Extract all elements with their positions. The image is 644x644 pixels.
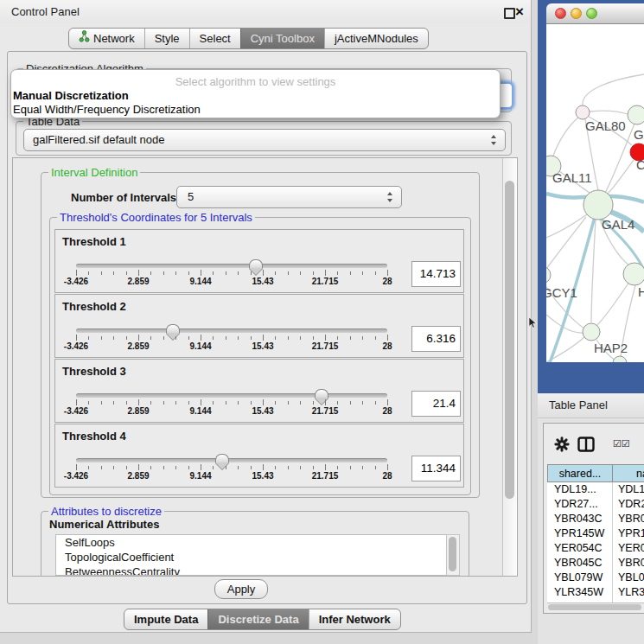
table-row[interactable]: YPR145WYPR1 bbox=[547, 526, 644, 541]
column-header-shared-name[interactable]: shared... bbox=[547, 464, 613, 482]
tab-select[interactable]: Select bbox=[189, 29, 240, 48]
slider-tick bbox=[138, 399, 139, 405]
slider-tick bbox=[362, 401, 363, 405]
tab-style[interactable]: Style bbox=[144, 29, 189, 48]
slider-track[interactable] bbox=[76, 458, 387, 462]
table-row[interactable]: YBR043CYBR0 bbox=[547, 512, 644, 526]
network-canvas[interactable]: GAL80GACGAL11GAL4GCY1HHAP2 bbox=[546, 24, 644, 362]
zoom-traffic-light[interactable] bbox=[586, 8, 597, 19]
close-traffic-light[interactable] bbox=[555, 8, 566, 19]
slider-tick bbox=[275, 336, 276, 340]
node-label: C bbox=[636, 157, 644, 172]
slider-scale-label: 2.859 bbox=[127, 277, 149, 286]
tab-label: Infer Network bbox=[319, 609, 391, 629]
network-node[interactable] bbox=[583, 190, 613, 220]
attribute-list-item[interactable]: TopologicalCoefficient bbox=[56, 550, 447, 564]
slider-tick bbox=[313, 271, 314, 275]
slider-tick bbox=[288, 336, 289, 340]
tab-infer-network[interactable]: Infer Network bbox=[309, 609, 400, 629]
number-of-intervals-combobox[interactable]: 5 bbox=[176, 186, 402, 208]
slider-tick bbox=[300, 271, 301, 275]
column-header-name[interactable]: na bbox=[612, 464, 644, 482]
slider-tick bbox=[213, 271, 214, 275]
popup-option-equal-width-frequency[interactable]: Equal Width/Frequency Discretization bbox=[13, 103, 201, 116]
cell-name: YBR0 bbox=[613, 556, 644, 571]
cell-name: YER0 bbox=[613, 541, 644, 556]
slider-thumb[interactable] bbox=[215, 454, 229, 463]
tab-network[interactable]: Network bbox=[69, 29, 144, 48]
table-row[interactable]: YDL19...YDL1 bbox=[547, 482, 644, 497]
scrollbar-thumb[interactable] bbox=[505, 181, 514, 499]
mouse-cursor bbox=[529, 316, 537, 332]
tab-label: jActiveMNodules bbox=[335, 29, 418, 48]
slider-track[interactable] bbox=[76, 328, 387, 333]
settings-scroll-pane: Interval Definition Number of Intervals … bbox=[12, 157, 518, 577]
threshold-value-field[interactable]: 6.316 bbox=[411, 326, 461, 352]
table-row[interactable]: YLR345WYLR3 bbox=[547, 585, 644, 600]
node-label: GCY1 bbox=[546, 285, 577, 300]
minimize-traffic-light[interactable] bbox=[571, 8, 582, 19]
threshold-label: Threshold 1 bbox=[62, 235, 126, 248]
tab-cyni-toolbox[interactable]: Cyni Toolbox bbox=[240, 29, 324, 48]
popup-option-manual-discretization[interactable]: Manual Discretization bbox=[13, 89, 129, 102]
slider-tick bbox=[76, 399, 77, 405]
close-icon[interactable]: × bbox=[515, 3, 524, 21]
split-panel-icon[interactable] bbox=[577, 437, 595, 456]
attribute-list-item[interactable]: BetweennessCentrality bbox=[56, 564, 447, 576]
threshold-value-field[interactable]: 11.344 bbox=[411, 456, 461, 481]
network-window-titlebar[interactable] bbox=[546, 3, 644, 24]
network-node[interactable] bbox=[613, 356, 627, 362]
table-row[interactable]: YBR045CYBR0 bbox=[547, 556, 644, 571]
slider-thumb[interactable] bbox=[166, 324, 180, 334]
slider-scale-label: 15.43 bbox=[252, 277, 273, 286]
table-horizontal-scrollbar bbox=[547, 603, 644, 612]
slider-tick bbox=[150, 401, 151, 405]
table-row[interactable]: YDR27...YDR2 bbox=[547, 497, 644, 512]
slider-scale: -3.4262.8599.14415.4321.71528 bbox=[76, 471, 387, 482]
attribute-list-item[interactable]: SelfLoops bbox=[56, 535, 447, 550]
apply-button[interactable]: Apply bbox=[214, 579, 268, 599]
slider-tick bbox=[238, 401, 239, 405]
slider-tick bbox=[362, 336, 363, 340]
slider-thumb[interactable] bbox=[315, 389, 328, 399]
slider-tick bbox=[387, 464, 388, 470]
tab-jactivemnodules[interactable]: jActiveMNodules bbox=[324, 29, 428, 48]
slider-tick bbox=[226, 466, 226, 469]
slider-tick bbox=[251, 401, 252, 405]
network-node[interactable] bbox=[583, 323, 600, 341]
threshold-value-field[interactable]: 21.4 bbox=[411, 391, 461, 417]
table-row[interactable]: YER054CYER0 bbox=[547, 541, 644, 556]
slider-tick bbox=[313, 466, 314, 469]
network-node[interactable] bbox=[546, 266, 551, 284]
network-node[interactable] bbox=[628, 105, 644, 124]
slider-scale: -3.4262.8599.14415.4321.71528 bbox=[76, 406, 387, 418]
threshold-4-panel: Threshold 4 -3.4262.8599.14415.4321.7152… bbox=[54, 424, 464, 488]
tab-discretize-data[interactable]: Discretize Data bbox=[207, 609, 308, 629]
scrollbar-thumb[interactable] bbox=[548, 604, 641, 610]
select-columns-icons[interactable]: ☑☑ bbox=[613, 438, 630, 450]
slider-tick bbox=[138, 464, 139, 470]
slider-scale-label: 21.715 bbox=[312, 406, 339, 416]
table-data-combobox[interactable]: galFiltered.sif default node bbox=[23, 129, 506, 151]
tab-label: Impute Data bbox=[134, 609, 198, 629]
slider-track[interactable] bbox=[76, 393, 387, 398]
slider-track[interactable] bbox=[76, 264, 387, 268]
table-panel: ☑☑ shared... na YDL19...YDL1YDR27...YDR2… bbox=[543, 423, 644, 614]
table-row[interactable]: YBL079WYBL0 bbox=[547, 571, 644, 585]
slider-tick bbox=[138, 335, 139, 341]
top-tab-strip: Network Style Select Cyni Toolbox jActiv… bbox=[68, 28, 429, 49]
slider-tick bbox=[113, 336, 114, 340]
slider-thumb[interactable] bbox=[249, 259, 263, 269]
slider-tick bbox=[213, 466, 214, 469]
gear-icon[interactable] bbox=[554, 437, 570, 456]
network-node[interactable] bbox=[576, 105, 590, 119]
tab-label: Style bbox=[155, 29, 180, 48]
network-node[interactable] bbox=[623, 263, 644, 285]
control-panel-window: Control Panel × Network Style Select Cyn… bbox=[0, 0, 532, 633]
slider-tick bbox=[263, 335, 264, 341]
tab-impute-data[interactable]: Impute Data bbox=[124, 609, 207, 629]
scrollbar-thumb[interactable] bbox=[449, 537, 456, 571]
tab-label: Cyni Toolbox bbox=[251, 29, 315, 48]
float-window-icon[interactable] bbox=[504, 8, 515, 19]
threshold-value-field[interactable]: 14.713 bbox=[411, 261, 461, 287]
